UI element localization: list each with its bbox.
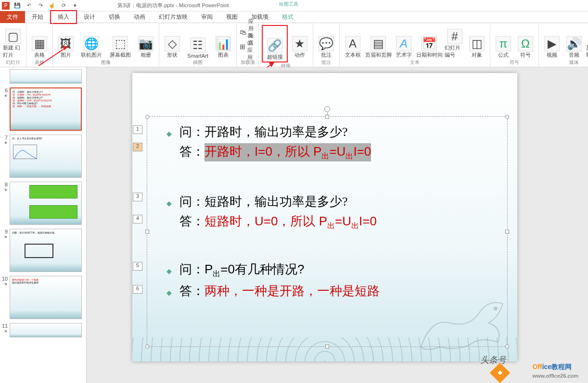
anim-tag-2[interactable]: 2 [133, 143, 142, 151]
equation-button[interactable]: π公式 [493, 25, 513, 59]
store-icon: 🛍 [240, 28, 246, 37]
thumb-slide-10[interactable]: 图为内阻很小的一小电源输出电流和外电变化规律 [10, 276, 82, 319]
comment-icon: 💬 [319, 36, 334, 51]
textbox-button[interactable]: A文本框 [343, 25, 363, 59]
group-addins-label: 加载项 [241, 59, 255, 66]
bullet-icon: ◆ [166, 267, 172, 275]
line-a2: ◆答：短路时，U=0，所以 P出=U出I=0 [147, 213, 507, 231]
qat-more-icon[interactable]: ▾ [71, 2, 79, 10]
picture-icon: 🖼 [58, 36, 74, 51]
thumb-slide-6[interactable]: 问：开路时，输出功率多少?答：开路时，I=0，所以P出=U出I=0问：短路时，输… [10, 87, 82, 131]
tab-transition[interactable]: 切换 [102, 11, 127, 23]
table-button[interactable]: ▦表格 [29, 25, 50, 59]
thumb-slide-11[interactable] [10, 323, 82, 337]
album-button[interactable]: 📷相册 [136, 25, 156, 59]
anim-tag-4[interactable]: 4 [133, 215, 142, 223]
screenshot-icon: ⬚ [113, 36, 128, 51]
slide-canvas[interactable]: 1 2 3 4 5 6 ◆问：开路时，输出功率是多少? ◆答：开路时，I=0，所… [132, 73, 517, 361]
rotate-handle[interactable] [324, 106, 330, 112]
resize-handle-se[interactable] [505, 345, 509, 348]
touch-icon[interactable]: ☝ [48, 2, 56, 10]
group-images-label: 图像 [101, 59, 111, 66]
shapes-button[interactable]: ◇形状 [162, 25, 182, 59]
album-icon: 📷 [138, 36, 153, 51]
thumb-slide-9[interactable]: 问图：当开关K闭了时，电源开始输出电 [10, 229, 82, 272]
tab-animation[interactable]: 动画 [127, 11, 152, 23]
document-title: 第3讲：电源的功率.pptx - Microsoft PowerPoint [117, 2, 229, 9]
line-a1: ◆答：开路时，I=0，所以 P出=U出I=0 [147, 143, 507, 161]
shapes-icon: ◇ [165, 36, 180, 51]
slidenum-icon: # [447, 29, 462, 44]
anim-tag-5[interactable]: 5 [133, 262, 142, 271]
resize-handle-sw[interactable] [145, 345, 149, 348]
save-icon[interactable]: 💾 [13, 2, 21, 10]
smartart-button[interactable]: ☷SmartArt [184, 25, 211, 59]
resize-handle-n[interactable] [325, 115, 329, 119]
tab-view[interactable]: 视图 [219, 11, 244, 23]
video-button[interactable]: ▶视频 [542, 25, 562, 59]
slidenum-button[interactable]: #幻灯片 编号 [445, 25, 465, 59]
resize-handle-s[interactable] [325, 345, 329, 348]
screenshot-button[interactable]: ⬚屏幕截图 [107, 25, 134, 59]
slide-editor[interactable]: 1 2 3 4 5 6 ◆问：开路时，输出功率是多少? ◆答：开路时，I=0，所… [87, 67, 588, 383]
tab-slideshow[interactable]: 幻灯片放映 [152, 11, 194, 23]
equation-icon: π [496, 36, 511, 51]
chart-icon: 📊 [216, 36, 231, 51]
symbol-icon: Ω [518, 36, 533, 51]
thumb-slide-7[interactable]: 问：从上 R大变功率会变吗? [10, 135, 82, 178]
thumb-num-11: 11 [2, 323, 8, 329]
object-button[interactable]: ◫对象 [467, 25, 487, 59]
hyperlink-button[interactable]: 🔗超链接 [265, 27, 285, 61]
tab-review[interactable]: 审阅 [194, 11, 219, 23]
resize-handle-nw[interactable] [145, 115, 149, 119]
myapps-button[interactable]: ⊞我的应用 [240, 39, 256, 54]
tab-format[interactable]: 格式 [275, 11, 300, 23]
online-picture-button[interactable]: 🌐联机图片 [78, 25, 105, 59]
bullet-icon: ◆ [166, 199, 172, 207]
chart-button[interactable]: 📊图表 [213, 25, 233, 59]
ribbon: ▢新建 幻灯片 幻灯片 ▦表格 表格 🖼图片 🌐联机图片 ⬚屏幕截图 📷相册 图… [0, 23, 588, 67]
resize-handle-ne[interactable] [505, 115, 509, 119]
online-picture-icon: 🌐 [84, 36, 99, 51]
title-bar: P 💾 ↶ ↷ ☝ ⟳ ▾ 第3讲：电源的功率.pptx - Microsoft… [0, 0, 588, 12]
anim-tag-3[interactable]: 3 [133, 193, 142, 201]
contextual-tab-group: 绘图工具 [279, 1, 298, 8]
action-button[interactable]: ★动作 [290, 25, 310, 59]
new-slide-button[interactable]: ▢新建 幻灯片 [3, 25, 23, 59]
group-illustrations-label: 插图 [193, 59, 203, 66]
undo-icon[interactable]: ↶ [25, 2, 33, 10]
picture-button[interactable]: 🖼图片 [56, 25, 76, 59]
tab-home[interactable]: 开始 [25, 11, 50, 23]
refresh-icon[interactable]: ⟳ [60, 2, 67, 10]
anim-tag-1[interactable]: 1 [133, 125, 142, 134]
quick-access-toolbar: P 💾 ↶ ↷ ☝ ⟳ ▾ [2, 2, 79, 10]
thumb-num-7: 7 [5, 135, 8, 140]
comment-button[interactable]: 💬批注 [316, 25, 336, 59]
resize-handle-e[interactable] [505, 230, 509, 234]
selected-text[interactable]: 开路时，I=0，所以 P出=U出I=0 [205, 143, 371, 161]
anim-tag-6[interactable]: 6 [133, 285, 142, 294]
myapps-icon: ⊞ [240, 42, 245, 51]
thumb-slide-5[interactable] [10, 69, 82, 84]
content-textframe[interactable]: 1 2 3 4 5 6 ◆问：开路时，输出功率是多少? ◆答：开路时，I=0，所… [147, 116, 508, 347]
thumb-num-6: 6 [5, 87, 8, 93]
thumb-num-9: 9 [5, 229, 8, 235]
tab-design[interactable]: 设计 [77, 11, 102, 23]
bullet-icon: ◆ [166, 289, 172, 297]
resize-handle-w[interactable] [145, 230, 149, 234]
group-media-label: 媒体 [569, 59, 579, 66]
symbol-button[interactable]: Ω符号 [515, 25, 536, 59]
wordart-button[interactable]: A艺术字 [394, 25, 414, 59]
datetime-button[interactable]: 📅日期和时间 [416, 25, 443, 59]
headerfooter-button[interactable]: ▤页眉和页脚 [365, 25, 392, 59]
screenrec-button[interactable]: ⏺屏幕 录制 [586, 25, 588, 59]
audio-icon: 🔊 [566, 36, 582, 51]
audio-button[interactable]: 🔊音频 [564, 25, 584, 59]
tab-file[interactable]: 文件 [0, 11, 25, 23]
slide-thumbnails-panel[interactable]: 6★问：开路时，输出功率多少?答：开路时，I=0，所以P出=U出I=0问：短路时… [0, 67, 87, 383]
workspace: 6★问：开路时，输出功率多少?答：开路时，I=0，所以P出=U出I=0问：短路时… [0, 67, 588, 383]
thumb-slide-8[interactable] [10, 182, 82, 225]
tab-insert[interactable]: 插入 [50, 10, 77, 24]
thumb-num-8: 8 [5, 182, 8, 187]
redo-icon[interactable]: ↷ [37, 2, 44, 10]
